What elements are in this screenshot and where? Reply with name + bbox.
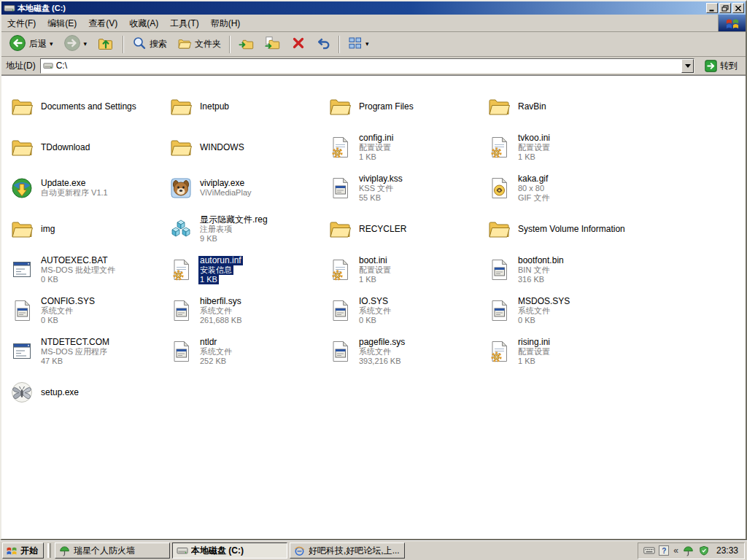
sysfile-icon (487, 257, 511, 282)
taskbar-task[interactable]: 本地磁盘 (C:) (172, 542, 287, 559)
file-item[interactable]: RECYCLER (327, 209, 486, 249)
folders-label: 文件夹 (195, 38, 221, 50)
close-button[interactable] (732, 3, 744, 13)
delete-button[interactable] (287, 34, 310, 55)
file-item[interactable]: CONFIG.SYS系统文件0 KB (9, 290, 168, 331)
search-button[interactable]: 搜索 (128, 34, 171, 55)
menu-item[interactable]: 帮助(H) (205, 15, 247, 31)
restore-button[interactable] (719, 3, 731, 13)
file-item[interactable]: Program Files (327, 86, 486, 127)
file-item[interactable]: NTDETECT.COMMS-DOS 应用程序47 KB (9, 331, 168, 372)
menu-item[interactable]: 编辑(E) (42, 15, 82, 31)
file-name: hiberfil.sys (198, 297, 243, 306)
file-detail: 0 KB (516, 316, 537, 325)
address-dropdown-button[interactable] (681, 59, 694, 73)
start-button[interactable]: 开始 (2, 542, 44, 559)
file-item[interactable]: pagefile.sys系统文件393,216 KB (327, 331, 486, 372)
dos-icon (9, 257, 34, 282)
file-item[interactable]: img (9, 209, 168, 249)
antivirus-shield-icon[interactable] (698, 545, 710, 556)
file-detail: 系统文件 (198, 306, 233, 316)
menu-item[interactable]: 查看(V) (82, 15, 123, 31)
window-title: 本地磁盘 (C:) (18, 3, 705, 14)
file-detail: 配置设置 (357, 143, 392, 152)
file-name: System Volume Information (516, 225, 627, 234)
undo-icon (316, 36, 330, 52)
views-dropdown-icon: ▾ (365, 41, 369, 47)
folder-icon (487, 217, 511, 241)
file-name: pagefile.sys (357, 338, 406, 347)
file-item[interactable]: viviplay.kssKSS 文件55 KB (327, 168, 486, 209)
taskbar-clock: 23:33 (713, 545, 738, 556)
forward-button[interactable]: ▾ (59, 34, 92, 55)
menu-item[interactable]: 工具(T) (164, 15, 204, 31)
menu-item[interactable]: 文件(F) (1, 15, 42, 31)
file-item[interactable]: RavBin (486, 86, 645, 127)
forward-dropdown-icon: ▾ (84, 41, 88, 47)
file-text: setup.exe (39, 388, 80, 397)
go-button[interactable]: 转到 (699, 58, 743, 74)
file-item[interactable]: System Volume Information (486, 209, 645, 249)
file-item[interactable]: AUTOEXEC.BATMS-DOS 批处理文件0 KB (9, 249, 168, 290)
file-item[interactable]: setup.exe (9, 372, 168, 413)
sysfile-icon (328, 339, 352, 364)
file-detail: GIF 文件 (516, 193, 551, 203)
file-item[interactable]: kaka.gif80 x 80GIF 文件 (486, 168, 645, 209)
task-buttons: 瑞星个人防火墙本地磁盘 (C:)好吧科技,好吧论坛,上... (55, 542, 405, 559)
search-icon (132, 36, 147, 52)
file-item[interactable]: TDdownload (9, 127, 168, 168)
folders-button[interactable]: 文件夹 (173, 34, 225, 55)
file-detail: 注册表项 (198, 225, 233, 234)
file-detail: 配置设置 (357, 265, 392, 275)
file-item[interactable]: rising.ini配置设置1 KB (486, 331, 645, 372)
file-text: 显示隐藏文件.reg注册表项9 KB (198, 215, 269, 244)
file-item[interactable]: Update.exe自动更新程序 V1.1 (9, 168, 168, 209)
file-item[interactable]: Inetpub (168, 86, 327, 127)
file-item[interactable]: 显示隐藏文件.reg注册表项9 KB (168, 209, 327, 249)
file-item[interactable]: WINDOWS (168, 127, 327, 168)
file-item[interactable]: autorun.inf安装信息1 KB (168, 249, 327, 290)
file-item[interactable]: ntldr系统文件252 KB (168, 331, 327, 372)
move-to-button[interactable] (234, 34, 259, 55)
file-name: Inetpub (198, 102, 231, 112)
file-item[interactable]: Documents and Settings (9, 86, 168, 127)
file-name: kaka.gif (516, 174, 549, 184)
disk-icon (177, 545, 188, 556)
umbrella-icon (59, 545, 71, 556)
delete-x-icon (291, 36, 306, 52)
file-item[interactable]: hiberfil.sys系统文件261,688 KB (168, 290, 327, 331)
ime-keyboard-icon[interactable] (643, 545, 655, 556)
file-item[interactable]: config.ini配置设置1 KB (327, 127, 486, 168)
file-item[interactable]: boot.ini配置设置1 KB (327, 249, 486, 290)
up-button[interactable] (93, 34, 119, 55)
address-input[interactable] (56, 59, 678, 73)
minimize-button[interactable] (706, 3, 718, 13)
file-name: bootfont.bin (516, 256, 565, 265)
sysfile-icon (328, 298, 352, 323)
file-item[interactable]: MSDOS.SYS系统文件0 KB (486, 290, 645, 331)
back-button[interactable]: 后退 ▾ (4, 34, 58, 55)
taskbar-task[interactable]: 瑞星个人防火墙 (55, 542, 170, 559)
views-button[interactable]: ▾ (344, 34, 374, 55)
hide-icons-chevron[interactable]: « (673, 545, 679, 556)
file-name: ntldr (198, 338, 218, 347)
file-item[interactable]: IO.SYS系统文件0 KB (327, 290, 486, 331)
file-text: RavBin (516, 102, 548, 112)
help-tray-icon[interactable]: ? (659, 545, 669, 556)
file-item[interactable]: bootfont.binBIN 文件316 KB (486, 249, 645, 290)
taskbar-task[interactable]: 好吧科技,好吧论坛,上... (290, 542, 405, 559)
menu-item[interactable]: 收藏(A) (123, 15, 164, 31)
file-item[interactable]: viviplay.exeViViMediaPlay (168, 168, 327, 209)
menubar: 文件(F)编辑(E)查看(V)收藏(A)工具(T)帮助(H) (1, 15, 746, 32)
dos-icon (9, 339, 34, 364)
file-text: Program Files (357, 102, 415, 112)
copy-to-button[interactable] (260, 34, 285, 55)
file-name: rising.ini (516, 338, 551, 347)
undo-button[interactable] (311, 34, 335, 55)
file-item[interactable]: tvkoo.ini配置设置1 KB (486, 127, 645, 168)
file-text: tvkoo.ini配置设置1 KB (516, 133, 551, 162)
file-detail: BIN 文件 (516, 265, 551, 275)
folder-icon (328, 217, 352, 241)
firewall-umbrella-icon[interactable] (683, 545, 694, 556)
file-detail: 系统文件 (516, 306, 551, 316)
